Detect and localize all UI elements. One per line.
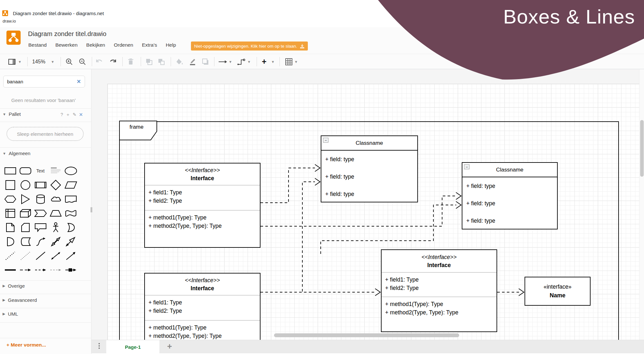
palette-edit-icon[interactable]: ✎ xyxy=(73,112,77,118)
waypoint-style-caret-icon[interactable]: ▼ xyxy=(247,57,251,66)
shape-rectangle[interactable] xyxy=(3,164,18,178)
shape-curve[interactable] xyxy=(33,235,48,249)
shape-and[interactable] xyxy=(3,235,18,249)
delete-button[interactable] xyxy=(128,57,134,66)
shape-cylinder[interactable] xyxy=(33,192,48,206)
small-interface-box[interactable]: «interface» Name xyxy=(525,277,591,306)
shape-text[interactable]: Text xyxy=(33,164,48,178)
menu-bekijken[interactable]: Bekijken xyxy=(86,42,105,48)
shape-square[interactable] xyxy=(3,178,18,192)
shape-bidirectional-arrow[interactable] xyxy=(48,235,63,249)
view-panels-caret-icon[interactable]: ▼ xyxy=(18,57,22,66)
pages-menu-icon[interactable] xyxy=(99,343,100,349)
fill-color-button[interactable] xyxy=(176,57,184,66)
shape-bidirectional-connector[interactable] xyxy=(48,249,63,263)
zoom-out-button[interactable] xyxy=(79,57,86,66)
connection-style-button[interactable] xyxy=(218,57,227,66)
insert-button[interactable]: + xyxy=(262,57,267,66)
palette-close-icon[interactable]: ✕ xyxy=(79,112,83,118)
shape-note[interactable] xyxy=(3,220,18,235)
shape-textbox[interactable] xyxy=(48,164,63,178)
shape-internal-storage[interactable] xyxy=(3,206,18,220)
shape-link[interactable] xyxy=(63,263,78,277)
page-tab[interactable]: Page-1 xyxy=(106,340,159,354)
shape-cloud[interactable] xyxy=(48,192,63,206)
shape-dashed-arrow-2[interactable] xyxy=(33,263,48,277)
shape-ellipse[interactable] xyxy=(63,164,78,178)
to-front-button[interactable] xyxy=(146,57,153,66)
zoom-in-button[interactable] xyxy=(66,57,73,66)
shape-circle[interactable] xyxy=(18,178,33,192)
connector-edge[interactable] xyxy=(260,168,315,203)
section-pallet[interactable]: ▼ Pallet xyxy=(3,111,21,117)
shape-diamond[interactable] xyxy=(48,178,63,192)
table-button[interactable] xyxy=(285,57,292,66)
shape-thin-dashed-arrow[interactable] xyxy=(48,263,63,277)
shape-line[interactable] xyxy=(33,249,48,263)
shape-actor[interactable] xyxy=(48,220,63,235)
shape-rounded-rectangle[interactable] xyxy=(18,164,33,178)
shape-dotted-line[interactable] xyxy=(18,249,33,263)
shape-triangle[interactable] xyxy=(18,192,33,206)
shape-card[interactable] xyxy=(18,220,33,235)
connector-edge[interactable] xyxy=(302,182,315,292)
connector-edge[interactable] xyxy=(321,205,456,254)
shape-tape[interactable] xyxy=(63,206,78,220)
more-shapes-button[interactable]: + Meer vormen... xyxy=(6,342,46,348)
section-general[interactable]: ▼ Algemeen xyxy=(3,151,30,156)
section-advanced[interactable]: ▶ Geavanceerd xyxy=(3,297,37,303)
zoom-level-caret-icon[interactable]: ▼ xyxy=(51,57,54,66)
table-caret-icon[interactable]: ▼ xyxy=(294,57,298,66)
shape-dashed-line[interactable] xyxy=(3,249,18,263)
shape-hexagon[interactable] xyxy=(3,192,18,206)
insert-caret-icon[interactable]: ▼ xyxy=(271,57,275,66)
undo-button[interactable] xyxy=(95,57,103,66)
waypoint-style-button[interactable] xyxy=(237,57,246,66)
shape-search-input[interactable] xyxy=(3,76,85,88)
vertical-scrollbar[interactable] xyxy=(639,69,644,340)
shape-directional-connector[interactable] xyxy=(63,249,78,263)
menu-extras[interactable]: Extra's xyxy=(142,42,157,48)
sidebar-resize-handle[interactable] xyxy=(90,206,92,214)
vertical-scrollbar-thumb[interactable] xyxy=(640,120,644,177)
shape-trapezoid[interactable] xyxy=(48,206,63,220)
shape-arrow[interactable] xyxy=(63,235,78,249)
zoom-level-button[interactable]: 145% xyxy=(32,57,45,66)
add-page-button[interactable]: + xyxy=(167,341,172,351)
line-color-button[interactable] xyxy=(188,57,196,66)
shape-dashed-arrow[interactable] xyxy=(18,263,33,277)
document-title[interactable]: Diagram zonder titel.drawio xyxy=(28,30,106,38)
menu-help[interactable]: Help xyxy=(166,42,176,48)
shape-data-storage[interactable] xyxy=(18,235,33,249)
palette-help-icon[interactable]: ? xyxy=(61,112,63,118)
palette-dropzone[interactable]: Sleep elementen hierheen xyxy=(6,127,84,141)
unsaved-changes-banner[interactable]: Niet-opgeslagen wijzigingen. Klik hier o… xyxy=(191,42,308,51)
diagram-canvas[interactable]: frame − Classname + field: type + field:… xyxy=(91,69,639,340)
section-other[interactable]: ▶ Overige xyxy=(3,283,25,289)
shape-document[interactable] xyxy=(63,192,78,206)
search-clear-icon[interactable]: ✕ xyxy=(77,79,81,85)
connection-style-caret-icon[interactable]: ▼ xyxy=(229,57,232,66)
interface-box-1[interactable]: <<Interface>> Interface + field1: Type +… xyxy=(144,163,260,248)
to-back-button[interactable] xyxy=(158,57,165,66)
shape-step[interactable] xyxy=(33,206,48,220)
menu-bestand[interactable]: Bestand xyxy=(28,42,47,48)
shadow-button[interactable] xyxy=(202,57,209,66)
interface-box-3[interactable]: <<Interface>> Interface + field1: Type +… xyxy=(144,273,260,340)
interface-box-2[interactable]: <<Interface>> Interface + field1: Type +… xyxy=(381,249,497,332)
shape-cube[interactable] xyxy=(18,206,33,220)
section-uml[interactable]: ▶ UML xyxy=(3,311,18,317)
class-box-1[interactable]: − Classname + field: type + field: type … xyxy=(321,135,418,202)
frame-label[interactable]: frame xyxy=(122,124,151,130)
shape-horizontal-line[interactable] xyxy=(3,263,18,277)
collapse-icon[interactable]: − xyxy=(464,164,469,169)
menu-bewerken[interactable]: Bewerken xyxy=(55,42,78,48)
palette-add-icon[interactable]: ＋ xyxy=(66,112,70,118)
view-panels-button[interactable] xyxy=(8,57,15,66)
collapse-icon[interactable]: − xyxy=(323,138,328,143)
shape-process[interactable] xyxy=(33,178,48,192)
menu-ordenen[interactable]: Ordenen xyxy=(114,42,133,48)
shape-or[interactable] xyxy=(63,220,78,235)
redo-button[interactable] xyxy=(109,57,117,66)
shape-parallelogram[interactable] xyxy=(63,178,78,192)
